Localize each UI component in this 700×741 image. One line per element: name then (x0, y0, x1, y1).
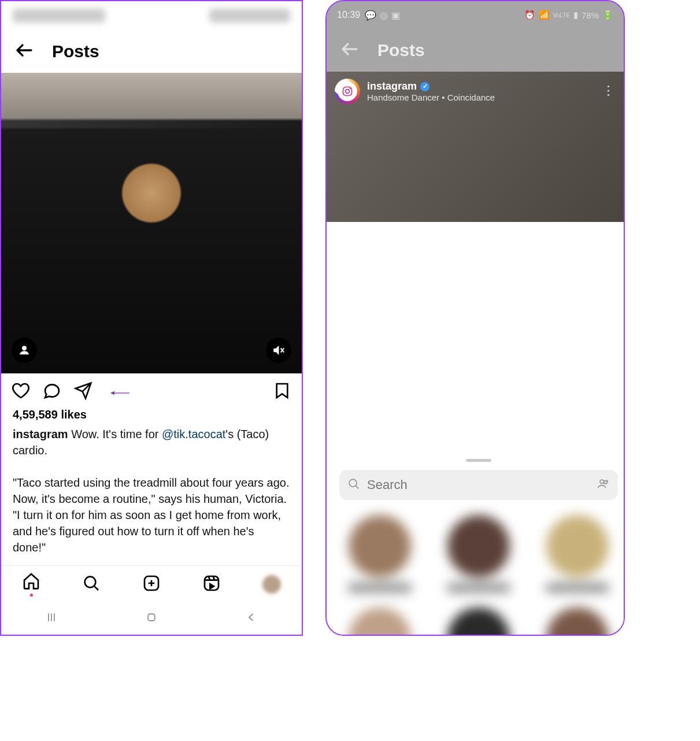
post-caption[interactable]: instagram Wow. It's time for @tik.tacoca… (1, 424, 302, 561)
post-media[interactable] (1, 73, 302, 373)
svg-point-9 (600, 480, 603, 483)
svg-rect-4 (148, 614, 155, 621)
bottom-nav (1, 565, 302, 602)
sheet-grabber[interactable] (466, 459, 491, 462)
post-author-avatar[interactable] (335, 79, 360, 104)
nav-search-icon[interactable] (82, 574, 101, 595)
obscured-top-strip (1, 1, 302, 30)
post-media: instagram Handsome Dancer • Coincidance … (327, 72, 624, 222)
share-search-input[interactable] (367, 477, 590, 492)
phone-left: Posts 4,59,589 likes instagram Wow (0, 0, 303, 636)
status-battery-icon: 🔋 (602, 10, 613, 20)
android-system-nav (1, 602, 302, 635)
post-header: instagram Handsome Dancer • Coincidance … (327, 76, 624, 106)
app-header: Posts (327, 29, 624, 72)
sys-recent-icon[interactable] (46, 612, 57, 625)
phone-right: 10:39 💬 ◎ ▣ ⏰ 📶 VoLTE ▮ 78% 🔋 Posts inst… (325, 0, 625, 636)
post-actions (1, 373, 302, 406)
share-icon[interactable] (74, 381, 92, 402)
svg-point-1 (85, 576, 96, 587)
nav-home-icon[interactable] (22, 572, 40, 596)
bookmark-icon[interactable] (273, 381, 291, 402)
back-arrow-icon[interactable] (14, 40, 35, 63)
sys-back-icon[interactable] (246, 612, 257, 625)
search-icon (347, 477, 360, 492)
page-title: Posts (52, 42, 99, 61)
share-contact[interactable] (438, 607, 520, 636)
share-sheet: Add to story Share Copy link SMS Me (330, 450, 625, 636)
status-signal-icon: ▮ (573, 10, 578, 20)
status-time: 10:39 (337, 10, 360, 20)
annotation-arrow (111, 384, 129, 402)
status-image-icon: ▣ (391, 10, 400, 21)
share-contact[interactable] (438, 515, 520, 592)
mute-icon[interactable] (266, 338, 291, 363)
verified-badge-icon (420, 82, 429, 91)
svg-point-7 (350, 88, 351, 89)
nav-reels-icon[interactable] (202, 574, 221, 595)
tagged-people-icon[interactable] (12, 338, 37, 363)
status-chat-icon: 💬 (365, 10, 376, 21)
share-people-grid (339, 515, 618, 636)
caption-mention[interactable]: @tik.tacocat (162, 428, 225, 440)
comment-icon[interactable] (43, 381, 61, 402)
app-header: Posts (1, 30, 302, 73)
share-contact[interactable] (339, 515, 421, 592)
status-bar: 10:39 💬 ◎ ▣ ⏰ 📶 VoLTE ▮ 78% 🔋 (327, 1, 624, 29)
nav-profile-avatar[interactable] (262, 575, 281, 594)
svg-point-8 (349, 479, 357, 487)
post-more-icon[interactable]: ⋯ (601, 84, 616, 98)
page-title: Posts (377, 40, 425, 60)
caption-username[interactable]: instagram (13, 428, 68, 440)
sys-home-icon[interactable] (146, 612, 157, 625)
likes-count[interactable]: 4,59,589 likes (1, 406, 302, 424)
status-lte-icon: VoLTE (553, 12, 570, 18)
svg-point-0 (22, 346, 26, 350)
status-wifi-icon: 📶 (539, 10, 550, 20)
status-ig-icon: ◎ (380, 10, 388, 21)
share-contact[interactable] (536, 607, 618, 636)
svg-point-6 (346, 90, 350, 94)
caption-lead: Wow. It's time for (68, 428, 162, 440)
post-audio-label[interactable]: Handsome Dancer • Coincidance (367, 92, 495, 102)
add-group-icon[interactable] (597, 477, 610, 492)
back-arrow-icon[interactable] (339, 39, 360, 62)
caption-body: "Taco started using the treadmill about … (13, 476, 289, 554)
status-battery-text: 78% (582, 10, 599, 20)
like-icon[interactable] (12, 381, 30, 402)
share-contact[interactable] (536, 515, 618, 592)
post-author-username[interactable]: instagram (367, 80, 417, 92)
nav-new-post-icon[interactable] (142, 574, 161, 595)
share-search-field[interactable] (339, 470, 618, 500)
share-contact[interactable] (339, 607, 421, 636)
status-alarm-icon: ⏰ (524, 10, 535, 20)
